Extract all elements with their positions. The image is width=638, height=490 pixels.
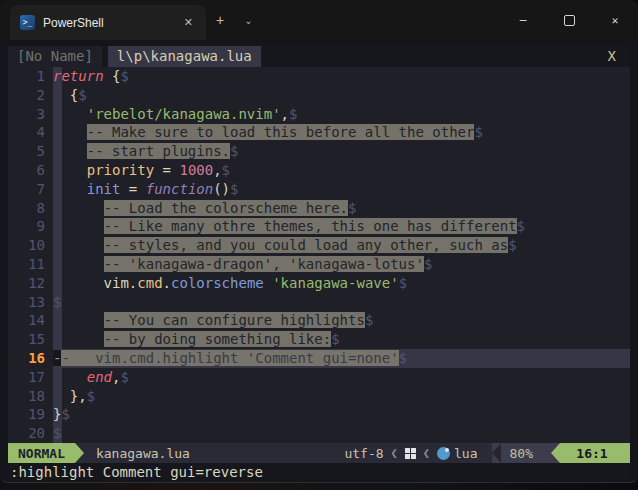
file-encoding: utf-8 [344, 443, 383, 463]
code-line[interactable]: 17 end,$ [8, 368, 630, 387]
line-number: 12 [8, 274, 53, 293]
line-number: 19 [8, 405, 53, 424]
code-line[interactable]: 14 -- You can configure highlights$ [8, 311, 630, 330]
lua-filetype-icon [437, 447, 450, 460]
maximize-button[interactable] [546, 0, 592, 40]
code-line[interactable]: 3 'rebelot/kanagawa.nvim',$ [8, 105, 630, 124]
progress-segment: 80% [492, 443, 560, 463]
window-controls: ─ ✕ [500, 0, 638, 40]
line-number: 5 [8, 142, 53, 161]
code-line[interactable]: 12 vim.cmd.colorscheme 'kanagawa-wave'$ [8, 274, 630, 293]
line-number: 4 [8, 123, 53, 142]
line-number: 6 [8, 161, 53, 180]
code-line[interactable]: 6 priority = 1000,$ [8, 161, 630, 180]
line-number: 10 [8, 236, 53, 255]
line-number: 8 [8, 199, 53, 218]
code-line[interactable]: 15 -- by doing something like:$ [8, 330, 630, 349]
code-line[interactable]: 4 -- Make sure to load this before all t… [8, 123, 630, 142]
tab-dropdown-icon[interactable]: ⌄ [234, 13, 262, 28]
code-line[interactable]: 5 -- start plugins.$ [8, 142, 630, 161]
code-line[interactable]: 13$ [8, 293, 630, 312]
code-line[interactable]: 16-- vim.cmd.highlight 'Comment gui=none… [8, 349, 630, 368]
line-number: 18 [8, 387, 53, 406]
code-line[interactable]: 11 -- 'kanagawa-dragon', 'kanagawa-lotus… [8, 255, 630, 274]
buffer-item-kanagawa[interactable]: l\p\kanagawa.lua [108, 46, 261, 67]
powerline-notch-icon [492, 443, 501, 463]
windows-logo-icon [405, 448, 416, 459]
command-line[interactable]: :highlight Comment gui=reverse [8, 463, 630, 481]
line-number: 7 [8, 180, 53, 199]
mode-indicator: NORMAL [8, 443, 75, 463]
code-line[interactable]: 8 -- Load the colorscheme here.$ [8, 199, 630, 218]
maximize-icon [564, 15, 575, 26]
line-number: 17 [8, 368, 53, 387]
statusline-filename: kanagawa.lua [96, 443, 190, 463]
powershell-icon: >_ [20, 15, 35, 30]
line-number: 20 [8, 424, 53, 443]
filetype-label: lua [454, 443, 477, 463]
code-line[interactable]: 20$ [8, 424, 630, 443]
cursor-location: 16:1 [560, 443, 630, 463]
chevron-separator-icon: ❮ [423, 443, 430, 463]
line-number: 15 [8, 330, 53, 349]
powerline-arrow-icon [75, 443, 84, 463]
code-line[interactable]: 10 -- styles, and you could load any oth… [8, 236, 630, 255]
code-line[interactable]: 18 },$ [8, 387, 630, 406]
terminal-tab-powershell[interactable]: >_ PowerShell ✕ [10, 5, 206, 40]
line-number: 14 [8, 311, 53, 330]
code-line[interactable]: 2 {$ [8, 86, 630, 105]
code-line[interactable]: 9 -- Like many othre themes, this one ha… [8, 217, 630, 236]
titlebar: >_ PowerShell ✕ + ⌄ ─ ✕ [0, 0, 638, 40]
code-line[interactable]: 7 init = function()$ [8, 180, 630, 199]
buffer-item-noname[interactable]: [No Name] [8, 46, 102, 67]
statusline: NORMAL kanagawa.lua utf-8 ❮ ❮ lua 80% 16… [8, 443, 630, 463]
vim-bufferline: [No Name] l\p\kanagawa.lua X [8, 46, 630, 67]
line-number: 3 [8, 105, 53, 124]
code-line[interactable]: 19}$ [8, 405, 630, 424]
tab-title: PowerShell [43, 16, 179, 30]
code-line[interactable]: 1return {$ [8, 67, 630, 86]
code-area[interactable]: 1return {$2 {$3 'rebelot/kanagawa.nvim',… [8, 67, 630, 443]
minimize-button[interactable]: ─ [500, 0, 546, 40]
statusline-right: utf-8 ❮ ❮ lua 80% 16:1 [344, 443, 630, 463]
tab-close-icon[interactable]: ✕ [179, 14, 198, 31]
bufferline-close-icon[interactable]: X [608, 46, 630, 67]
new-tab-button[interactable]: + [206, 10, 234, 30]
line-number: 1 [8, 67, 53, 86]
line-number: 16 [8, 349, 53, 368]
terminal-content: [No Name] l\p\kanagawa.lua X 1return {$2… [0, 40, 638, 477]
line-number: 2 [8, 86, 53, 105]
close-button[interactable]: ✕ [592, 0, 638, 40]
chevron-separator-icon: ❮ [391, 443, 398, 463]
line-number: 11 [8, 255, 53, 274]
terminal-window: >_ PowerShell ✕ + ⌄ ─ ✕ [No Name] l\p\ka… [0, 0, 638, 483]
powerline-notch-icon [551, 443, 560, 463]
scroll-progress: 80% [501, 446, 541, 461]
line-number: 9 [8, 217, 53, 236]
line-number: 13 [8, 293, 53, 312]
